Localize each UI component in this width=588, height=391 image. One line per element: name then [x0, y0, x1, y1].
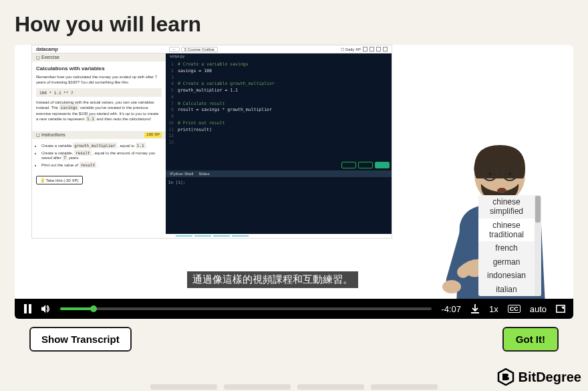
exercise-paragraph: Remember how you calculated the money yo… [36, 74, 162, 86]
daily-xp-label: ⬡ Daily XP [341, 47, 361, 51]
svg-point-9 [442, 280, 461, 293]
code-editor: 1# Create a variable savings 2savings = … [166, 59, 392, 160]
pause-button[interactable] [23, 304, 32, 313]
download-button[interactable] [470, 304, 480, 313]
svg-point-6 [497, 188, 506, 193]
time-remaining: -4:07 [441, 304, 461, 314]
toolbar-icon [370, 47, 374, 51]
language-option[interactable]: chinese simplified [478, 195, 535, 219]
shell-tab: Slides [198, 172, 209, 176]
toolbar-icon [383, 47, 388, 51]
exercise-header: ◻ Exercise [32, 53, 166, 61]
code-block: 100 * 1.1 ** 7 [36, 88, 162, 97]
video-caption: 通過像這樣的視頻課程和互動練習。 [187, 271, 358, 288]
course-outline-button: ≡ Course Outline [181, 47, 218, 52]
video-control-bar: -4:07 1x CC auto [15, 299, 573, 319]
tab-placeholders [150, 384, 438, 390]
ipython-shell: In [1]: [166, 177, 392, 234]
datacamp-screenshot: datacamp ← ≡ Course Outline ⬡ Daily XP ◻… [31, 45, 392, 239]
language-option[interactable]: french [478, 241, 535, 255]
captions-button[interactable]: CC [508, 305, 521, 313]
instructions-list: Create a variable growth_multiplier , eq… [32, 139, 166, 174]
svg-point-5 [508, 172, 511, 175]
language-option[interactable]: italian [478, 283, 535, 296]
instructions-header: ◻ Instructions 100 XP [32, 131, 166, 139]
editor-run-button [375, 162, 390, 168]
toolbar-icon [376, 47, 381, 51]
language-option[interactable]: chinese traditional [478, 219, 535, 242]
language-option[interactable]: german [478, 255, 535, 269]
editor-action-button [358, 162, 373, 168]
playback-speed-button[interactable]: 1x [489, 304, 498, 314]
video-player-area: datacamp ← ≡ Course Outline ⬡ Daily XP ◻… [15, 45, 573, 299]
back-icon: ← [169, 47, 180, 52]
shell-tab: IPython Shell [170, 172, 193, 176]
svg-point-4 [488, 172, 491, 175]
caption-language-menu[interactable]: chinese simplifiedchinese traditionalfre… [478, 195, 541, 296]
exercise-title: Calculations with variables [36, 66, 162, 72]
editor-action-button [341, 162, 356, 168]
hint-button: 💡 Take Hint (-30 XP) [36, 176, 83, 184]
video-progress-bar[interactable] [60, 307, 432, 310]
editor-tab: script.py [166, 53, 392, 59]
bitdegree-watermark: BitDegree [497, 368, 581, 386]
scrollbar[interactable] [535, 195, 541, 296]
page-title: How you will learn [15, 12, 573, 37]
xp-badge: 100 XP [144, 132, 162, 138]
volume-button[interactable] [41, 304, 51, 313]
show-transcript-button[interactable]: Show Transcript [29, 327, 132, 352]
quality-button[interactable]: auto [530, 304, 547, 314]
datacamp-logo: datacamp [36, 47, 58, 51]
language-option[interactable]: indonesian [478, 269, 535, 282]
got-it-button[interactable]: Got It! [502, 327, 559, 352]
svg-rect-12 [29, 304, 31, 313]
exercise-paragraph: Instead of calculating with the actual v… [36, 100, 162, 122]
bitdegree-logo-icon [497, 368, 514, 386]
toolbar-icon [363, 47, 368, 51]
svg-rect-11 [24, 304, 27, 313]
fullscreen-button[interactable] [556, 304, 565, 313]
